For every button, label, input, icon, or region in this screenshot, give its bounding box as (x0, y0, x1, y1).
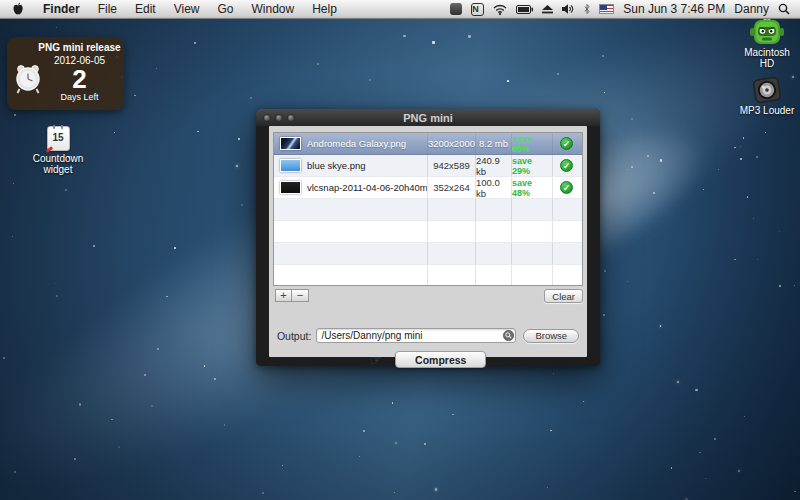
file-size (475, 199, 511, 220)
file-dimensions (427, 243, 475, 264)
png-mini-window: PNG mini Andromeda Galaxy.png3200x20008.… (256, 109, 600, 366)
widget-days-count: 2 (35, 67, 124, 91)
menu-item-go[interactable]: Go (209, 0, 243, 18)
window-content: Andromeda Galaxy.png3200x20008.2 mbsave … (269, 126, 587, 357)
table-empty-row (274, 221, 582, 243)
file-size: 240.9 kb (475, 155, 511, 176)
file-name: Andromeda Galaxy.png (307, 138, 406, 149)
compress-button[interactable]: Compress (395, 351, 486, 368)
speaker-icon (749, 75, 784, 105)
file-save-percent (511, 221, 552, 242)
file-save-percent (511, 265, 552, 286)
calendar-day: 15 (52, 132, 63, 143)
window-title: PNG mini (256, 112, 600, 124)
table-controls: + − Clear (273, 289, 583, 303)
file-status (552, 243, 580, 264)
file-status: ✓ (552, 155, 580, 176)
table-empty-row (274, 199, 582, 221)
desktop: FinderFileEditViewGoWindowHelp N (0, 0, 800, 500)
file-status (552, 265, 580, 286)
pointing-hand-icon: ☞ (370, 353, 383, 367)
menu-item-help[interactable]: Help (303, 0, 346, 18)
volume-icon[interactable] (562, 4, 575, 14)
table-row[interactable]: Andromeda Galaxy.png3200x20008.2 mbsave … (274, 133, 582, 155)
table-row[interactable]: blue skye.png942x589240.9 kbsave 29%✓ (274, 155, 582, 177)
file-save-percent: save 29% (511, 155, 552, 176)
remove-file-button[interactable]: − (292, 289, 309, 302)
browse-button[interactable]: Browse (523, 329, 579, 343)
input-source-icon[interactable]: N (471, 3, 484, 16)
icon-label: HD (737, 58, 797, 69)
file-save-percent: save 48% (511, 177, 552, 198)
file-size (475, 221, 511, 242)
file-size (475, 265, 511, 286)
table-empty-row (274, 265, 582, 286)
add-file-button[interactable]: + (275, 289, 292, 302)
table-row[interactable]: vlcsnap-2011-04-06-20h40m36s165.png352x2… (274, 177, 582, 199)
calendar-icon: 15 (47, 126, 70, 151)
file-save-percent: save 65% (511, 133, 552, 154)
file-size: 100.0 kb (475, 177, 511, 198)
file-table: Andromeda Galaxy.png3200x20008.2 mbsave … (273, 132, 583, 286)
desktop-icon-countdown-widget[interactable]: 15 Countdown widget (24, 126, 92, 175)
file-thumbnail (280, 159, 301, 172)
file-status: ✓ (552, 177, 580, 198)
check-badge-icon: ✓ (560, 159, 573, 172)
monster-hd-icon (749, 15, 785, 45)
widget-title: PNG mini release (35, 42, 124, 53)
table-empty-row (274, 243, 582, 265)
eject-icon[interactable] (542, 5, 553, 14)
file-name: blue skye.png (307, 160, 366, 171)
check-badge-icon: ✓ (560, 137, 573, 150)
output-label: Output: (277, 330, 311, 342)
menu-extra-app-icon[interactable] (450, 3, 462, 15)
clear-button[interactable]: Clear (544, 289, 583, 303)
file-dimensions (427, 221, 475, 242)
output-row: Output: Browse (269, 328, 587, 343)
file-save-percent (511, 243, 552, 264)
icon-label: MP3 Louder (737, 105, 797, 116)
menu-clock[interactable]: Sun Jun 3 7:46 PM (623, 2, 725, 16)
status-area: N (450, 0, 800, 18)
check-badge-icon: ✓ (560, 181, 573, 194)
window-titlebar[interactable]: PNG mini (256, 109, 600, 126)
file-status: ✓ (552, 133, 580, 154)
file-dimensions: 942x589 (427, 155, 475, 176)
menu-item-window[interactable]: Window (243, 0, 304, 18)
menu-bar: FinderFileEditViewGoWindowHelp N (0, 0, 800, 19)
file-status (552, 221, 580, 242)
file-save-percent (511, 199, 552, 220)
menu-items: FinderFileEditViewGoWindowHelp (0, 0, 346, 18)
file-size: 8.2 mb (475, 133, 511, 154)
spotlight-icon[interactable] (778, 3, 790, 15)
file-thumbnail (280, 137, 301, 150)
icon-label: Countdown (24, 153, 92, 164)
file-status (552, 199, 580, 220)
countdown-widget-panel: PNG mini release 2012-06-05 2 Days Left (7, 37, 124, 110)
apple-logo-icon (12, 2, 24, 16)
menu-item-file[interactable]: File (89, 0, 126, 18)
menu-item-finder[interactable]: Finder (34, 0, 89, 18)
menu-item-edit[interactable]: Edit (126, 0, 165, 18)
bluetooth-icon[interactable] (584, 4, 590, 14)
menu-user[interactable]: Danny (734, 2, 769, 16)
wifi-icon[interactable] (493, 4, 507, 15)
icon-label: Macintosh (737, 47, 797, 58)
widget-days-label: Days Left (35, 92, 124, 102)
apple-menu[interactable] (0, 0, 34, 18)
output-path-input[interactable] (316, 328, 516, 343)
file-dimensions: 3200x2000 (427, 133, 475, 154)
file-dimensions: 352x264 (427, 177, 475, 198)
compress-row: ☞ Compress (269, 351, 587, 368)
output-menu-icon[interactable] (503, 330, 514, 341)
battery-icon[interactable] (516, 5, 533, 14)
icon-label: widget (24, 164, 92, 175)
desktop-icon-mp3-louder[interactable]: MP3 Louder (737, 77, 797, 116)
file-dimensions (427, 199, 475, 220)
file-size (475, 243, 511, 264)
file-name: vlcsnap-2011-04-06-20h40m36s165.png (307, 182, 427, 193)
file-dimensions (427, 265, 475, 286)
menu-item-view[interactable]: View (165, 0, 209, 18)
desktop-icon-macintosh-hd[interactable]: Macintosh HD (737, 15, 797, 69)
us-flag-icon[interactable] (599, 4, 614, 14)
